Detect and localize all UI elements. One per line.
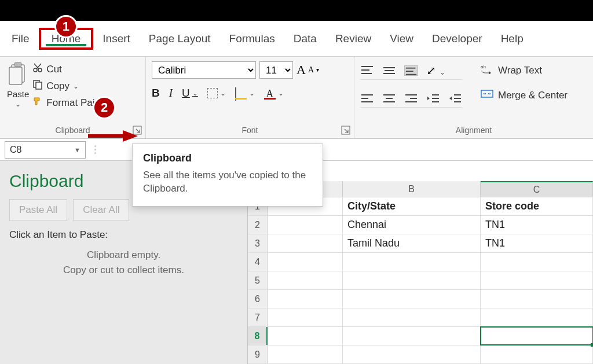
align-right-button[interactable] [404,93,418,104]
chevron-down-icon: ⌄ [15,100,21,108]
tab-developer[interactable]: Developer [423,28,492,50]
decrease-indent-button[interactable] [426,93,440,104]
row-header[interactable]: 2 [248,216,268,234]
cell[interactable] [268,253,343,271]
row-header[interactable]: 7 [248,308,268,326]
row-header[interactable]: 6 [248,290,268,308]
tab-review[interactable]: Review [326,28,380,50]
font-name-select[interactable]: Calibri [152,61,256,79]
name-box[interactable]: C8 ▼ [5,141,86,159]
cell-c3[interactable]: TN1 [481,234,593,252]
cell[interactable] [268,290,343,308]
cell-c2[interactable]: TN1 [481,216,593,234]
annotation-badge-2: 2 [93,96,116,119]
align-middle-button[interactable] [382,65,396,76]
merge-center-label: Merge & Center [498,90,568,101]
row-header[interactable]: 9 [248,345,268,363]
cell[interactable] [343,327,481,345]
group-font: Calibri 11 A A B I U ⌄ ⌄ ⌄ A⌄ Font [146,57,354,138]
tab-insert[interactable]: Insert [93,28,140,50]
group-alignment: ⤢ ⌄ ab Wrap Text Merge & Center [354,57,593,138]
wrap-text-button[interactable]: ab Wrap Text [481,64,568,77]
group-clipboard: Paste ⌄ Cut Copy ⌄ Format Painter [0,57,146,138]
cell[interactable] [343,290,481,308]
col-header-b[interactable]: B [343,181,481,197]
italic-button[interactable]: I [169,87,173,100]
cell[interactable] [481,271,593,289]
clipboard-empty-1: Clipboard empty. [9,248,238,263]
cell[interactable] [268,271,343,289]
window-titlebar [0,0,593,21]
border-icon [207,88,218,98]
cut-button[interactable]: Cut [32,62,111,76]
clipboard-icon [8,61,28,88]
cell[interactable] [481,345,593,363]
font-size-select[interactable]: 11 [259,61,293,79]
font-color-button[interactable]: A⌄ [264,88,284,98]
bold-button[interactable]: B [152,87,160,100]
formula-bar-handle[interactable] [90,145,100,154]
cell[interactable] [268,345,343,363]
cell[interactable] [268,327,343,345]
decrease-font-button[interactable]: A [308,62,319,78]
cell-b1[interactable]: City/State [343,197,481,215]
paste-all-button[interactable]: Paste All [9,199,67,221]
tab-formulas[interactable]: Formulas [220,28,284,50]
chevron-down-icon: ⌄ [440,68,445,76]
cell[interactable] [343,308,481,326]
clear-all-button[interactable]: Clear All [73,199,129,221]
cell[interactable] [343,345,481,363]
cell-c1[interactable]: Store code [481,197,593,215]
row-header[interactable]: 3 [248,234,268,252]
tab-file[interactable]: File [2,28,39,50]
increase-font-button[interactable]: A [296,62,306,78]
row-header[interactable]: 8 [248,327,268,345]
copy-button[interactable]: Copy ⌄ [32,79,111,93]
font-dialog-launcher[interactable] [341,126,350,135]
chevron-down-icon: ⌄ [192,89,198,97]
tab-data[interactable]: Data [284,28,326,50]
font-color-icon: A [264,88,276,98]
borders-button[interactable]: ⌄ [207,88,226,98]
increase-indent-button[interactable] [448,93,462,104]
cell[interactable] [481,308,593,326]
tooltip-title: Clipboard [143,152,312,164]
underline-button[interactable]: U ⌄ [182,87,198,100]
cell[interactable] [481,290,593,308]
tab-help[interactable]: Help [492,28,533,50]
align-top-button[interactable] [360,65,374,76]
chevron-down-icon: ⌄ [220,89,226,97]
cell-b2[interactable]: Chennai [343,216,481,234]
cell[interactable] [481,253,593,271]
cell-c8-selected[interactable] [481,327,593,345]
clipboard-subtitle: Click an Item to Paste: [9,229,238,241]
cell[interactable] [268,308,343,326]
bucket-icon [235,88,247,98]
tab-view[interactable]: View [380,28,423,50]
annotation-badge-2-wrap: 2 [93,96,116,119]
cell-b3[interactable]: Tamil Nadu [343,234,481,252]
tab-page-layout[interactable]: Page Layout [140,28,220,50]
tooltip-body: See all the items you've copied to the C… [143,169,312,196]
wrap-text-icon: ab [481,64,493,77]
cell[interactable] [343,253,481,271]
align-left-button[interactable] [360,93,374,104]
paste-button[interactable]: Paste ⌄ [6,61,30,109]
tab-home[interactable]: Home 1 [39,28,94,50]
row-header[interactable]: 4 [248,253,268,271]
copy-label: Copy [46,80,69,92]
row-header[interactable]: 5 [248,271,268,289]
tab-active-underline [46,44,87,46]
wrap-text-label: Wrap Text [498,65,542,76]
orientation-button[interactable]: ⤢ ⌄ [426,64,445,78]
fill-color-button[interactable]: ⌄ [235,88,255,98]
scissors-icon [32,62,43,76]
merge-center-button[interactable]: Merge & Center [481,89,568,102]
align-bottom-button[interactable] [404,65,418,76]
cell[interactable] [268,216,343,234]
col-header-c[interactable]: C [481,181,593,197]
cell[interactable] [343,271,481,289]
align-center-button[interactable] [382,93,396,104]
cell[interactable] [268,234,343,252]
group-font-label: Font [241,126,258,135]
